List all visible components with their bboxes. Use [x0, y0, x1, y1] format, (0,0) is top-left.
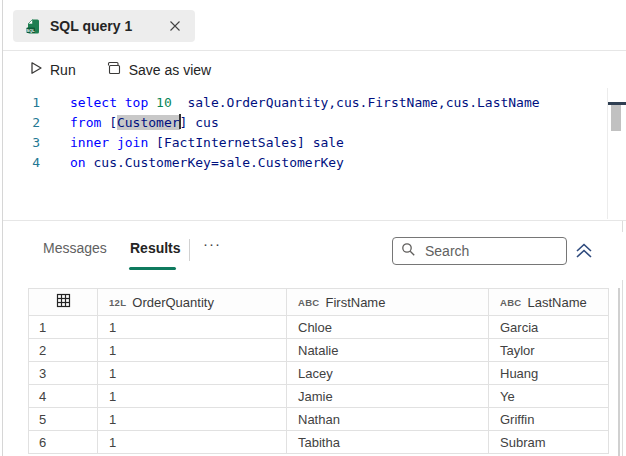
- row-number-cell[interactable]: 5: [29, 408, 98, 431]
- selected-text: Customer: [117, 115, 180, 130]
- sql-identifier: sale.OrderQuantity,cus.FirstName,cus.Las…: [172, 95, 540, 110]
- row-number-cell[interactable]: 4: [29, 385, 98, 408]
- tab-divider: [189, 239, 190, 261]
- sql-keyword: from: [70, 115, 109, 130]
- sql-identifier: [: [109, 115, 117, 130]
- code-line: 3 inner join [FactInternetSales] sale: [3, 133, 607, 153]
- save-as-view-icon: [106, 60, 122, 79]
- grid-header-row: 12L OrderQuantity ABC FirstName ABC Last…: [29, 289, 609, 316]
- table-row[interactable]: 5 1 Nathan Griffin: [29, 408, 609, 431]
- run-button[interactable]: Run: [30, 61, 76, 78]
- sql-identifier: [FactInternetSales] sale: [156, 135, 344, 150]
- line-number: 2: [3, 113, 40, 133]
- results-scrollbar[interactable]: [618, 288, 620, 456]
- table-grid-icon: [56, 293, 71, 311]
- tab-messages[interactable]: Messages: [43, 240, 107, 256]
- sql-file-icon: SQL: [25, 18, 42, 35]
- editor-scrollbar-thumb[interactable]: [611, 105, 621, 131]
- column-label: OrderQuantity: [132, 295, 214, 310]
- save-as-view-label: Save as view: [129, 62, 211, 78]
- column-label: LastName: [527, 295, 586, 310]
- cell-lastname[interactable]: Taylor: [489, 339, 609, 362]
- select-all-header-cell[interactable]: [29, 289, 98, 316]
- collapse-panel-icon[interactable]: [573, 241, 595, 261]
- row-number-cell[interactable]: 6: [29, 431, 98, 454]
- column-label: FirstName: [325, 295, 385, 310]
- results-grid: 12L OrderQuantity ABC FirstName ABC Last…: [28, 288, 609, 454]
- query-toolbar: Run Save as view: [3, 51, 626, 88]
- line-number: 1: [3, 93, 40, 113]
- string-type-icon: ABC: [500, 297, 521, 308]
- table-row[interactable]: 6 1 Tabitha Subram: [29, 431, 609, 454]
- save-as-view-button[interactable]: Save as view: [106, 60, 211, 79]
- line-number: 4: [3, 153, 40, 173]
- string-type-icon: ABC: [298, 297, 319, 308]
- cell-lastname[interactable]: Subram: [489, 431, 609, 454]
- table-row[interactable]: 2 1 Natalie Taylor: [29, 339, 609, 362]
- code-line: 1 select top 10 sale.OrderQuantity,cus.F…: [3, 93, 607, 113]
- results-panel-header: Messages Results ···: [3, 232, 626, 280]
- cell-orderquantity[interactable]: 1: [98, 385, 287, 408]
- svg-text:SQL: SQL: [27, 27, 36, 32]
- row-number-cell[interactable]: 1: [29, 316, 98, 339]
- cell-firstname[interactable]: Lacey: [287, 362, 489, 385]
- search-box[interactable]: [392, 237, 567, 265]
- row-number-cell[interactable]: 2: [29, 339, 98, 362]
- tab-title: SQL query 1: [50, 18, 132, 34]
- grid-body: 1 1 Chloe Garcia 2 1 Natalie Taylor 3 1 …: [29, 316, 609, 454]
- cell-firstname[interactable]: Chloe: [287, 316, 489, 339]
- cell-firstname[interactable]: Nathan: [287, 408, 489, 431]
- code-line: 4 on cus.CustomerKey=sale.CustomerKey: [3, 153, 607, 173]
- column-header-lastname[interactable]: ABC LastName: [489, 289, 609, 316]
- sql-identifier: ] cus: [180, 115, 219, 130]
- more-options-button[interactable]: ···: [203, 235, 221, 252]
- table-row[interactable]: 4 1 Jamie Ye: [29, 385, 609, 408]
- cell-firstname[interactable]: Tabitha: [287, 431, 489, 454]
- search-input[interactable]: [423, 242, 558, 260]
- cell-lastname[interactable]: Garcia: [489, 316, 609, 339]
- code-area: 1 select top 10 sale.OrderQuantity,cus.F…: [3, 93, 607, 173]
- sql-identifier: cus.CustomerKey=sale.CustomerKey: [93, 155, 343, 170]
- cell-orderquantity[interactable]: 1: [98, 408, 287, 431]
- sql-query-workspace: SQL SQL query 1 Run: [0, 0, 626, 456]
- table-row[interactable]: 1 1 Chloe Garcia: [29, 316, 609, 339]
- cell-lastname[interactable]: Ye: [489, 385, 609, 408]
- code-line: 2 from [Customer] cus: [3, 113, 607, 133]
- cell-firstname[interactable]: Jamie: [287, 385, 489, 408]
- cell-orderquantity[interactable]: 1: [98, 339, 287, 362]
- cell-orderquantity[interactable]: 1: [98, 362, 287, 385]
- cell-lastname[interactable]: Griffin: [489, 408, 609, 431]
- table-row[interactable]: 3 1 Lacey Huang: [29, 362, 609, 385]
- row-number-cell[interactable]: 3: [29, 362, 98, 385]
- editor-scrollbar[interactable]: [607, 88, 626, 219]
- sql-keyword: on: [70, 155, 93, 170]
- column-header-firstname[interactable]: ABC FirstName: [287, 289, 489, 316]
- sql-keyword: inner join: [70, 135, 156, 150]
- sql-keyword: select top: [70, 95, 156, 110]
- line-number: 3: [3, 133, 40, 153]
- cell-lastname[interactable]: Huang: [489, 362, 609, 385]
- editor-tab-bar: SQL SQL query 1: [3, 0, 626, 51]
- cell-orderquantity[interactable]: 1: [98, 431, 287, 454]
- tab-results[interactable]: Results: [130, 240, 181, 256]
- run-label: Run: [50, 62, 76, 78]
- run-icon: [30, 61, 43, 78]
- close-tab-icon[interactable]: [167, 18, 183, 34]
- column-header-orderquantity[interactable]: 12L OrderQuantity: [98, 289, 287, 316]
- bigint-type-icon: 12L: [109, 297, 126, 308]
- search-icon: [401, 242, 416, 261]
- sql-number: 10: [156, 95, 172, 110]
- sql-code-editor[interactable]: 1 select top 10 sale.OrderQuantity,cus.F…: [3, 88, 626, 221]
- cell-orderquantity[interactable]: 1: [98, 316, 287, 339]
- tab-sql-query-1[interactable]: SQL SQL query 1: [13, 10, 195, 42]
- active-tab-underline: [129, 267, 176, 270]
- cell-firstname[interactable]: Natalie: [287, 339, 489, 362]
